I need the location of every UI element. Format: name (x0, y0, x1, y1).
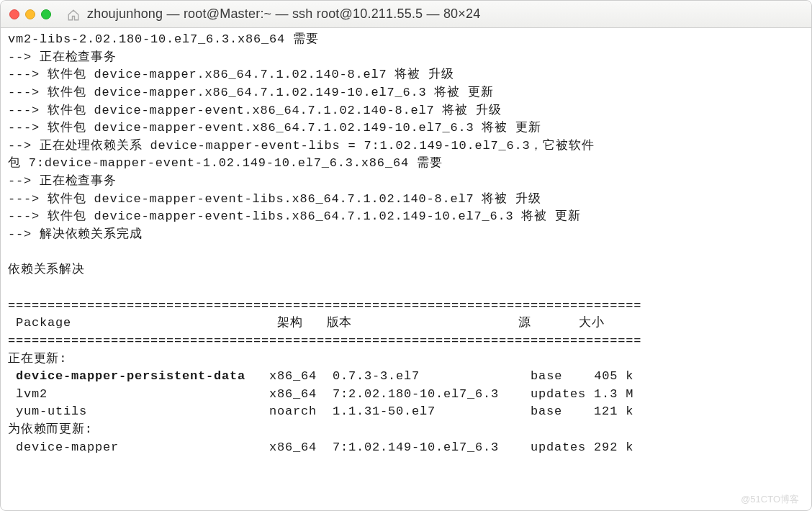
terminal-line: ---> 软件包 device-mapper.x86_64.7.1.02.149… (8, 84, 804, 102)
close-window-button[interactable] (9, 9, 19, 19)
terminal-line: lvm2 x86_64 7:2.02.180-10.el7_6.3 update… (8, 386, 804, 404)
terminal-line: yum-utils noarch 1.1.31-50.el7 base 121 … (8, 403, 804, 421)
terminal-line (8, 279, 804, 297)
home-icon (67, 8, 80, 21)
watermark-text: @51CTO博客 (741, 493, 799, 507)
terminal-line: ---> 软件包 device-mapper-event.x86_64.7.1.… (8, 119, 804, 137)
traffic-lights (9, 9, 51, 19)
terminal-output[interactable]: vm2-libs-2.02.180-10.el7_6.3.x86_64 需要--… (1, 28, 811, 456)
terminal-line: 依赖关系解决 (8, 261, 804, 279)
terminal-line: ---> 软件包 device-mapper-event.x86_64.7.1.… (8, 102, 804, 120)
terminal-line: device-mapper x86_64 7:1.02.149-10.el7_6… (8, 439, 804, 457)
terminal-line: --> 正在处理依赖关系 device-mapper-event-libs = … (8, 137, 804, 155)
terminal-line: 包 7:device-mapper-event-1.02.149-10.el7_… (8, 155, 804, 173)
window-title-group: zhoujunhong — root@Master:~ — ssh root@1… (67, 4, 480, 23)
window-titlebar: zhoujunhong — root@Master:~ — ssh root@1… (1, 1, 811, 28)
terminal-line: Package 架构 版本 源 大小 (8, 315, 804, 333)
terminal-line: vm2-libs-2.02.180-10.el7_6.3.x86_64 需要 (8, 31, 804, 49)
terminal-line: 为依赖而更新: (8, 421, 804, 439)
terminal-line: ========================================… (8, 297, 804, 315)
terminal-line: ---> 软件包 device-mapper-event-libs.x86_64… (8, 208, 804, 226)
terminal-line (8, 244, 804, 262)
maximize-window-button[interactable] (41, 9, 51, 19)
terminal-line: ========================================… (8, 333, 804, 351)
terminal-line: --> 正在检查事务 (8, 49, 804, 67)
terminal-line: ---> 软件包 device-mapper.x86_64.7.1.02.140… (8, 66, 804, 84)
terminal-line: --> 正在检查事务 (8, 173, 804, 191)
terminal-line: 正在更新: (8, 351, 804, 368)
terminal-line: --> 解决依赖关系完成 (8, 226, 804, 244)
terminal-line: ---> 软件包 device-mapper-event-libs.x86_64… (8, 191, 804, 209)
minimize-window-button[interactable] (25, 9, 35, 19)
terminal-line: device-mapper-persistent-data x86_64 0.7… (8, 368, 804, 386)
window-title: zhoujunhong — root@Master:~ — ssh root@1… (87, 4, 480, 23)
